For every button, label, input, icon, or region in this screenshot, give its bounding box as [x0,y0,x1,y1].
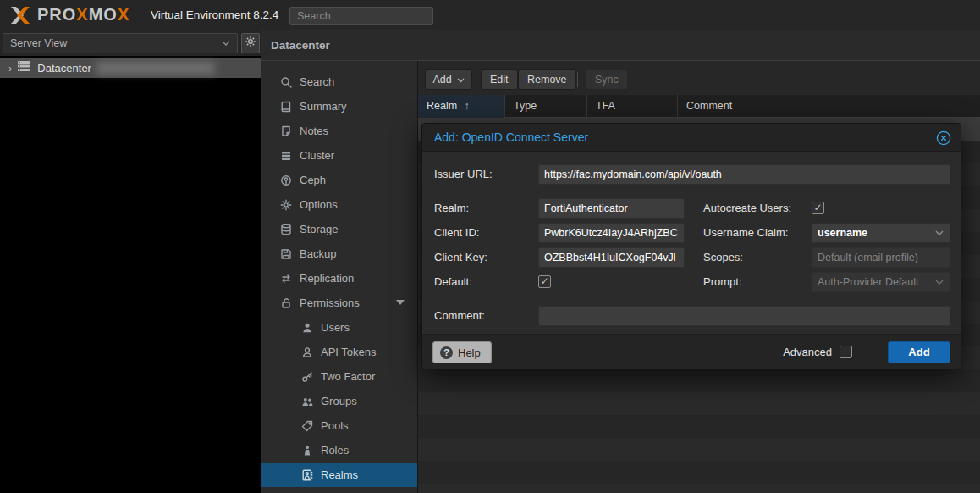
add-openid-dialog: Add: OpenID Connect Server Issuer URL: R… [421,123,961,369]
top-header: PROXMOX Virtual Environment 8.2.4 [0,0,980,30]
edit-button-label: Edit [490,74,509,86]
sidebar-item-permissions[interactable]: Permissions [261,291,418,315]
realm-input[interactable] [538,198,685,219]
issuer-url-label: Issuer URL: [434,164,493,185]
expander-icon[interactable]: › [8,62,12,75]
add-button-label: Add [432,74,451,86]
sidebar-item-label: Backup [300,247,336,260]
toolbar-separator [577,72,578,87]
sidebar-item-replication[interactable]: Replication [261,266,418,291]
remove-button[interactable]: Remove [518,69,576,90]
column-header-realm[interactable]: Realm ↑ [418,95,505,118]
sidebar-item-search[interactable]: Search [261,69,418,94]
close-icon[interactable] [936,130,951,146]
tag-icon [300,419,313,432]
comment-input[interactable] [538,306,950,326]
datacenter-nav: Search Summary Notes Cluster Ceph Option… [261,61,418,493]
column-label: TFA [596,100,615,112]
breadcrumb: Datacenter [271,39,330,52]
sidebar-item-cluster[interactable]: Cluster [261,143,418,168]
remove-button-label: Remove [527,74,567,86]
user-icon [300,321,313,334]
redacted-hostname [96,62,215,75]
sidebar-item-label: Options [300,198,338,211]
sync-button-label: Sync [595,74,619,86]
sidebar-item-pools[interactable]: Pools [261,413,418,438]
advanced-checkbox[interactable] [840,346,852,358]
sidebar-item-roles[interactable]: Roles [261,438,418,463]
add-button[interactable]: Add [425,69,472,90]
scopes-input[interactable] [812,247,950,268]
database-icon [279,223,292,235]
sort-ascending-icon: ↑ [465,100,470,112]
issuer-url-input[interactable] [538,164,950,185]
sync-button[interactable]: Sync [586,69,628,90]
sidebar-item-api-tokens[interactable]: API Tokens [261,340,418,364]
column-header-comment[interactable]: Comment [678,95,980,118]
sidebar-item-label: Realms [321,468,358,481]
book-icon [279,100,292,113]
logo-x: X [76,5,88,24]
prompt-label: Prompt: [703,272,742,292]
default-checkbox[interactable] [538,275,551,288]
caret-down-icon[interactable] [396,300,405,305]
sidebar-item-label: Two Factor [321,370,375,383]
sidebar-item-label: Notes [300,125,328,137]
logo-part: PRO [37,5,76,24]
unlock-icon [279,296,292,309]
tree-settings-button[interactable] [241,33,260,53]
sidebar-item-label: Users [321,321,350,334]
chevron-down-icon [935,280,944,285]
username-claim-select[interactable]: username [812,223,950,243]
sidebar-item-options[interactable]: Options [261,192,418,217]
sidebar-item-two-factor[interactable]: Two Factor [261,364,418,389]
sidebar-item-label: Permissions [300,296,360,309]
help-button[interactable]: ? Help [432,341,492,363]
sidebar-item-storage[interactable]: Storage [261,217,418,241]
default-label: Default: [434,272,472,292]
prompt-select[interactable]: Auth-Provider Default [812,272,950,292]
sidebar-item-ha[interactable]: HA [261,487,418,493]
client-key-input[interactable] [538,247,685,268]
autocreate-users-label: Autocreate Users: [703,198,791,219]
user-outline-icon [300,346,313,358]
column-label: Type [514,100,537,112]
tree-node-datacenter[interactable]: › Datacenter [0,58,261,78]
note-icon [279,125,292,137]
prompt-placeholder: Auth-Provider Default [818,276,919,288]
logo-wordmark: PROXMOX [37,5,129,25]
key-icon [300,370,313,383]
dialog-footer: ? Help Advanced Add [422,334,961,369]
sidebar-item-users[interactable]: Users [261,315,418,340]
chevron-down-icon [222,41,230,47]
sidebar-item-ceph[interactable]: Ceph [261,168,418,192]
sidebar-item-backup[interactable]: Backup [261,241,418,266]
realms-toolbar: Add Edit Remove Sync [418,61,980,95]
sidebar-item-summary[interactable]: Summary [261,94,418,119]
edit-button[interactable]: Edit [481,69,518,90]
column-header-tfa[interactable]: TFA [587,95,678,118]
search-icon [279,75,292,88]
sidebar-item-label: Roles [321,444,349,457]
gear-icon [245,36,256,51]
view-selector-dropdown[interactable]: Server View [3,33,238,53]
column-header-type[interactable]: Type [505,95,587,118]
sidebar-item-label: Replication [300,272,354,285]
sidebar-item-notes[interactable]: Notes [261,119,418,143]
view-selector-value: Server View [10,37,67,49]
gear-icon [279,198,292,211]
view-selector-bar: Server View [0,30,261,56]
users-group-icon [300,395,313,407]
datacenter-icon [17,60,30,75]
autocreate-users-checkbox[interactable] [812,202,824,214]
client-id-input[interactable] [538,223,685,243]
sidebar-item-groups[interactable]: Groups [261,389,418,413]
dialog-header[interactable]: Add: OpenID Connect Server [422,124,961,152]
realm-label: Realm: [434,198,469,219]
chevron-down-icon [935,230,944,236]
realms-table-header: Realm ↑ Type TFA Comment [418,95,980,118]
dialog-add-button[interactable]: Add [888,341,950,363]
global-search-input[interactable] [289,7,433,25]
sidebar-item-realms[interactable]: Realms [261,463,418,487]
sidebar-item-label: Search [300,75,334,88]
